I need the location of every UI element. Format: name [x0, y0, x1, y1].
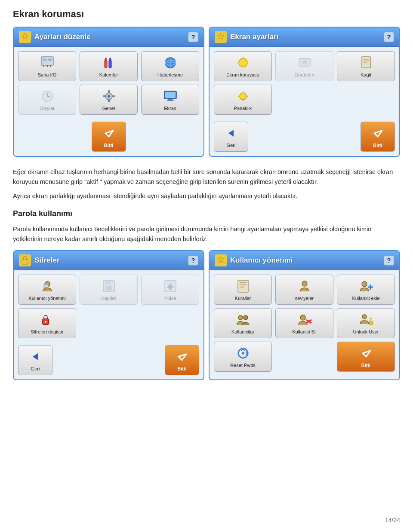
reset-pwds-icon — [235, 345, 251, 361]
svg-point-63 — [302, 281, 307, 286]
btn-sifreleri-degistir[interactable]: Sifreleri degistir — [18, 308, 76, 338]
panel2-help-button[interactable]: ? — [384, 32, 394, 42]
geri2-icon — [223, 125, 239, 141]
panel1-help-button[interactable]: ? — [188, 32, 198, 42]
paragraph-2: Ayrıca ekran parlaklığı ayarlanması iste… — [13, 191, 400, 201]
btn-reset-pwds-label: Reset Pwds — [230, 363, 256, 368]
btn-kaydet: Kaydet — [80, 275, 138, 305]
btn-kalemler[interactable]: Kalemler — [80, 51, 138, 81]
text-block-1: Eğer ekranın cihaz tuşlarının herhangi b… — [13, 167, 400, 202]
panel2-geri-label: Geri — [227, 143, 236, 148]
panel-ekran-ayarlari: Ekran ayarları ? Ekran koruyucu — [209, 27, 400, 157]
text-block-2: Parola kullanımında kullanıcı öncelikler… — [13, 224, 400, 244]
bitti3-icon — [174, 349, 190, 364]
yukle-icon — [163, 278, 178, 294]
btn-reset-pwds[interactable]: Reset Pwds — [214, 342, 272, 372]
btn-genel-label: Genel — [102, 106, 115, 111]
panel3-header: Sifreler ? — [14, 251, 203, 270]
panel1-bitti-button[interactable]: Bitti — [92, 122, 126, 152]
btn-gorunum: Görünüm — [275, 51, 333, 81]
btn-unlock-user-label: Unlock User — [353, 329, 379, 334]
panel2-geri-button[interactable]: Geri — [214, 122, 248, 152]
btn-kalemler-label: Kalemler — [99, 72, 118, 77]
btn-haberlesme[interactable]: Haberlesme — [141, 51, 199, 81]
panel1-header-icon — [19, 31, 31, 43]
seviyeler-icon — [297, 278, 312, 294]
btn-kagit[interactable]: Kagit — [337, 51, 395, 81]
panel2-header: Ekran ayarları ? — [210, 28, 399, 47]
panel4-bitti-button[interactable]: Bitti — [337, 342, 395, 372]
panel3-bitti-label: Bitti — [177, 366, 186, 371]
svg-rect-73 — [369, 321, 373, 325]
btn-kaydet-label: Kaydet — [101, 296, 116, 301]
btn-yukle: Yükle — [141, 275, 199, 305]
panel3-bitti-button[interactable]: Bitti — [165, 345, 199, 375]
svg-rect-25 — [168, 99, 173, 100]
btn-saha-io[interactable]: Saha I/O — [18, 51, 76, 81]
svg-marker-9 — [109, 58, 111, 60]
btn-kullanicilar[interactable]: Kullanicilar — [214, 308, 272, 338]
gorunum-icon — [297, 55, 312, 70]
panel4-grid: Kurallar seviyeler — [210, 270, 399, 376]
btn-kurallar[interactable]: Kurallar — [214, 275, 272, 305]
btn-parlaklik-label: Parlaklik — [234, 106, 252, 111]
paragraph-3: Parola kullanımında kullanıcı öncelikler… — [13, 224, 400, 244]
svg-rect-1 — [43, 58, 46, 61]
svg-rect-51 — [105, 286, 112, 290]
panel4-title: Kullanıcı yönetimi — [230, 256, 293, 265]
btn-seviyeler-label: seviyeler — [295, 296, 314, 301]
btn-ekran[interactable]: Ekran — [141, 85, 199, 115]
btn-ekran-label: Ekran — [164, 106, 176, 111]
parlaklik-icon — [235, 89, 251, 104]
btn-unlock-user[interactable]: Unlock User — [337, 308, 395, 338]
svg-point-56 — [45, 321, 46, 323]
btn-ekran-koruyucu-label: Ekran koruyucu — [226, 72, 259, 77]
svg-point-69 — [300, 315, 305, 320]
panel3-geri-button[interactable]: Geri — [18, 345, 52, 375]
panel3-grid: Kullanıcı yönetimi Kaydet — [14, 270, 203, 342]
svg-rect-2 — [48, 58, 52, 61]
panel3-help-button[interactable]: ? — [188, 255, 198, 266]
ekran-koruyucu-icon — [235, 55, 251, 70]
btn-kullanici-ekle[interactable]: Kullanici ekle — [337, 275, 395, 305]
kaydet-icon — [101, 278, 117, 294]
svg-rect-48 — [44, 284, 48, 287]
svg-point-67 — [238, 315, 243, 320]
btn-ekran-koruyucu[interactable]: Ekran koruyucu — [214, 51, 272, 81]
btn-parlaklik[interactable]: Parlaklik — [214, 85, 272, 115]
svg-rect-59 — [238, 280, 248, 292]
svg-rect-20 — [108, 100, 110, 102]
kullanici-yonetimi-icon — [40, 278, 55, 294]
svg-point-64 — [362, 281, 367, 287]
svg-point-28 — [239, 58, 247, 67]
panel1-grid: Saha I/O Kalemler — [14, 47, 203, 119]
btn-genel[interactable]: Genel — [80, 85, 138, 115]
btn-kurallar-label: Kurallar — [235, 296, 251, 301]
btn-kullanici-sil[interactable]: Kullanici Sil — [275, 308, 333, 338]
btn-kullanici-ekle-label: Kullanici ekle — [352, 296, 379, 301]
btn-seviyeler[interactable]: seviyeler — [275, 275, 333, 305]
svg-rect-24 — [165, 92, 176, 98]
svg-rect-19 — [108, 90, 110, 93]
panel4-help-button[interactable]: ? — [384, 255, 394, 266]
kullanici-sil-icon — [297, 312, 312, 327]
panel2-header-icon — [215, 31, 227, 43]
ekran-icon — [163, 89, 178, 104]
unlock-user-icon — [358, 312, 374, 327]
kagit-icon — [358, 55, 374, 70]
panel-kullanici-yonetimi: Kullanıcı yönetimi ? Kurallar — [209, 250, 400, 380]
svg-rect-6 — [105, 60, 107, 68]
panel2-bitti-button[interactable]: Bitti — [361, 122, 395, 152]
btn-kullanici-yonetimi[interactable]: Kullanıcı yönetimi — [18, 275, 76, 305]
panel3-header-icon — [19, 254, 31, 266]
svg-point-75 — [242, 352, 244, 355]
top-panels-row: Ayarları düzenle ? Saha I/O — [13, 27, 400, 157]
panel4-bitti-label: Bitti — [361, 363, 370, 368]
btn-yukle-label: Yükle — [164, 296, 176, 301]
svg-rect-54 — [169, 288, 172, 290]
panel4-header: Kullanıcı yönetimi ? — [210, 251, 399, 270]
btn-olaylar: Olaylar — [18, 85, 76, 115]
svg-rect-35 — [362, 57, 370, 68]
bottom-panels-row: Sifreler ? Kullanıcı yönetimi — [13, 250, 400, 380]
svg-marker-57 — [33, 353, 38, 360]
